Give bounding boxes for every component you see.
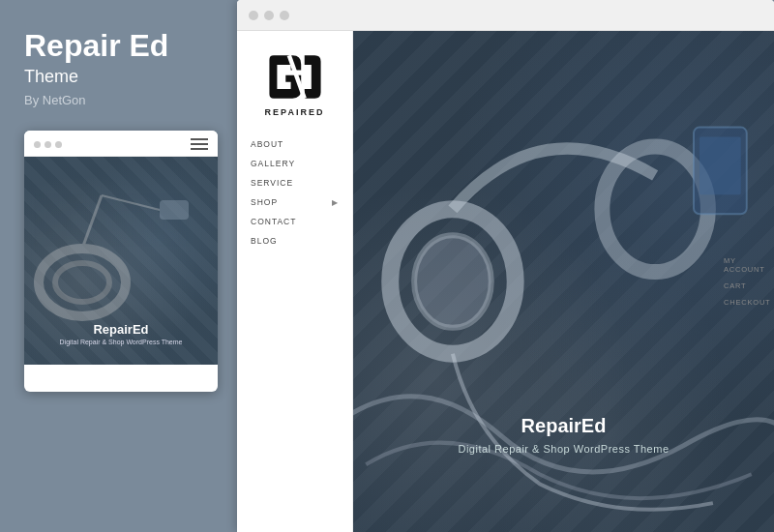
mobile-dot-2 [45, 141, 51, 148]
svg-point-1 [55, 263, 109, 302]
browser-topbar [237, 0, 774, 31]
svg-line-2 [82, 195, 102, 249]
svg-point-8 [602, 147, 708, 273]
site-logo-text: REPAIRED [265, 107, 325, 117]
browser-content: REPAIRED ABOUT GALLERY SERVICE SHOP ▶ CO… [237, 31, 774, 532]
shop-arrow-icon: ▶ [332, 198, 339, 207]
browser-dot-1 [249, 11, 258, 20]
svg-point-7 [414, 235, 491, 328]
site-logo-area: REPAIRED [265, 50, 325, 117]
left-panel: Repair Ed Theme By NetGon Repai [0, 0, 237, 532]
site-sidebar: REPAIRED ABOUT GALLERY SERVICE SHOP ▶ CO… [237, 31, 353, 532]
theme-author: By NetGon [24, 93, 218, 107]
mobile-hero: RepairEd Digital Repair & Shop WordPress… [24, 157, 218, 365]
nav-item-blog[interactable]: BLOG [237, 231, 352, 251]
submenu-account[interactable]: MY ACCOUNT [710, 252, 760, 278]
shop-submenu: MY ACCOUNT CART CHECKOUT [697, 31, 774, 532]
theme-subtitle: Theme [24, 67, 218, 87]
hero-text-block: RepairEd Digital Repair & Shop WordPress… [353, 415, 774, 455]
hero-main-subtitle: Digital Repair & Shop WordPress Theme [353, 443, 774, 455]
hero-main-title: RepairEd [353, 415, 774, 437]
nav-item-contact[interactable]: CONTACT [237, 212, 352, 231]
mobile-preview: RepairEd Digital Repair & Shop WordPress… [24, 131, 218, 392]
nav-item-shop[interactable]: SHOP ▶ [237, 192, 352, 212]
mobile-hamburger-icon[interactable] [191, 138, 208, 150]
browser-panel: REPAIRED ABOUT GALLERY SERVICE SHOP ▶ CO… [237, 0, 774, 532]
site-nav: ABOUT GALLERY SERVICE SHOP ▶ CONTACT BLO… [237, 134, 352, 251]
browser-dot-2 [264, 11, 274, 20]
site-logo-svg [265, 50, 325, 103]
mobile-hero-sub: Digital Repair & Shop WordPress Theme [60, 339, 183, 345]
nav-item-service[interactable]: SERVICE [237, 173, 352, 192]
browser-dot-3 [280, 11, 289, 20]
site-hero: MY ACCOUNT CART CHECKOUT RepairEd Digita… [353, 31, 774, 532]
theme-title: Repair Ed [24, 29, 218, 63]
svg-point-0 [39, 249, 126, 316]
nav-item-about[interactable]: ABOUT [237, 134, 352, 154]
svg-rect-4 [160, 200, 189, 220]
mobile-topbar [24, 131, 218, 157]
submenu-checkout[interactable]: CHECKOUT [710, 294, 760, 310]
mobile-dot-1 [34, 141, 41, 148]
mobile-dots [34, 141, 62, 148]
mobile-hero-title: RepairEd [93, 322, 148, 337]
nav-item-gallery[interactable]: GALLERY [237, 154, 352, 173]
submenu-cart[interactable]: CART [710, 278, 760, 294]
mobile-dot-3 [55, 141, 62, 148]
